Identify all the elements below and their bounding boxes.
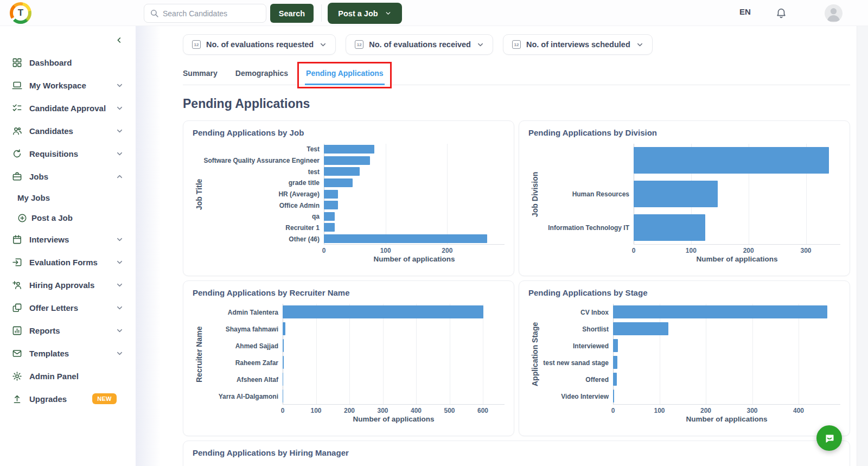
plot-body: Human ResourcesInformation Technology IT… xyxy=(541,144,840,263)
bar[interactable] xyxy=(324,145,374,154)
bar[interactable] xyxy=(283,356,284,369)
bar-row xyxy=(613,304,840,321)
bar[interactable] xyxy=(324,223,335,232)
bar[interactable] xyxy=(634,181,718,207)
category-label: Raheem Zafar xyxy=(206,354,283,371)
app-logo[interactable]: T xyxy=(10,2,31,24)
bar[interactable] xyxy=(283,339,284,352)
candidates-icon xyxy=(12,126,22,136)
sidebar-item-upgrades[interactable]: UpgradesNEW xyxy=(0,387,136,410)
search-input[interactable] xyxy=(144,4,266,23)
sidebar-item-label: Candidate Approval xyxy=(29,104,106,113)
bar[interactable] xyxy=(283,390,283,403)
bar[interactable] xyxy=(324,156,370,165)
y-axis-title: Application Stage xyxy=(528,304,541,405)
plot-area xyxy=(634,144,840,245)
filter-no-of-evaluations-received[interactable]: 12No. of evaluations received xyxy=(346,34,493,55)
x-tick-label: 300 xyxy=(800,247,811,254)
sidebar-item-reports[interactable]: Reports xyxy=(0,319,136,342)
bar[interactable] xyxy=(283,305,483,318)
bar[interactable] xyxy=(324,201,338,209)
search-button[interactable]: Search xyxy=(270,4,314,23)
tab-label: Summary xyxy=(183,69,218,78)
bar[interactable] xyxy=(634,214,705,241)
chevron-down-icon xyxy=(116,104,124,112)
notifications-bell-icon[interactable] xyxy=(775,7,787,20)
sidebar-collapse-icon[interactable] xyxy=(115,36,124,44)
tab-summary[interactable]: Summary xyxy=(183,69,218,85)
x-tick-label: 400 xyxy=(411,407,422,414)
bar[interactable] xyxy=(324,190,338,199)
sidebar-item-dashboard[interactable]: Dashboard xyxy=(0,51,136,74)
bar[interactable] xyxy=(324,212,335,221)
post-a-job-button[interactable]: Post a Job xyxy=(328,3,402,24)
sidebar-item-candidate-approval[interactable]: Candidate Approval xyxy=(0,97,136,119)
bar[interactable] xyxy=(613,339,618,352)
chart-card-pending-applications-by-job: Pending Applications by JobJob TitleTest… xyxy=(183,120,514,276)
tab-demographics[interactable]: Demographics xyxy=(235,69,288,85)
vertical-scrollbar[interactable] xyxy=(857,26,868,466)
bar[interactable] xyxy=(283,373,283,386)
top-bar: T Search Post a Job EN xyxy=(0,0,868,26)
tab-pending-applications[interactable]: Pending Applications xyxy=(306,69,384,85)
bar[interactable] xyxy=(613,305,827,318)
sidebar-item-interviews[interactable]: Interviews xyxy=(0,228,136,251)
x-axis-title: Number of applications xyxy=(283,415,505,423)
bar-row xyxy=(613,337,840,354)
bar-row xyxy=(324,166,505,177)
x-tick-label: 200 xyxy=(700,407,711,414)
chevron-down-icon xyxy=(385,10,392,17)
number-metric-icon: 12 xyxy=(192,40,201,49)
chevron-down-icon xyxy=(116,304,124,312)
bar[interactable] xyxy=(283,322,285,335)
category-label: Information Technology IT xyxy=(541,211,634,245)
bar[interactable] xyxy=(324,234,487,243)
bar[interactable] xyxy=(613,356,617,369)
bar[interactable] xyxy=(324,178,353,187)
x-tick-label: 100 xyxy=(654,407,665,414)
sidebar-item-label: Interviews xyxy=(29,235,69,244)
filter-no-of-evaluations-requested[interactable]: 12No. of evaluations requested xyxy=(183,34,336,55)
chat-widget-button[interactable] xyxy=(816,425,842,451)
bar[interactable] xyxy=(634,147,829,174)
tab-label: Demographics xyxy=(235,69,288,78)
bar[interactable] xyxy=(324,167,360,176)
sidebar-subitem-my-jobs[interactable]: My Jobs xyxy=(17,188,136,208)
sidebar-item-label: Requisitions xyxy=(29,149,78,158)
sidebar-item-hiring-approvals[interactable]: Hiring Approvals xyxy=(0,273,136,296)
sidebar-item-requisitions[interactable]: Requisitions xyxy=(0,142,136,165)
bar-chart: Job DivisionHuman ResourcesInformation T… xyxy=(528,144,840,263)
chevron-down-icon xyxy=(116,81,124,90)
offer-letters-icon xyxy=(12,303,22,313)
bar[interactable] xyxy=(613,373,617,386)
chevron-down-icon xyxy=(116,281,124,289)
x-axis-ticks: 0100200300400 xyxy=(613,405,840,415)
sidebar-item-my-workspace[interactable]: My Workspace xyxy=(0,74,136,97)
bar[interactable] xyxy=(613,322,668,335)
sidebar-item-admin-panel[interactable]: Admin Panel xyxy=(0,365,136,387)
chart-card-pending-applications-by-stage: Pending Applications by StageApplication… xyxy=(519,280,850,436)
chart-title: Pending Applications by Hiring Manager xyxy=(193,448,840,457)
plot-area xyxy=(324,144,505,245)
user-avatar[interactable] xyxy=(825,4,843,22)
chevron-down-icon xyxy=(116,235,124,244)
sidebar-item-templates[interactable]: Templates xyxy=(0,342,136,365)
category-label: test xyxy=(206,166,324,177)
sidebar-item-offer-letters[interactable]: Offer Letters xyxy=(0,296,136,319)
sidebar-item-evaluation-forms[interactable]: Evaluation Forms xyxy=(0,251,136,273)
search-icon xyxy=(150,9,159,18)
sidebar-item-jobs[interactable]: Jobs xyxy=(0,165,136,188)
sidebar-subitem-post-a-job[interactable]: Post a Job xyxy=(17,208,136,228)
bar[interactable] xyxy=(613,390,614,403)
new-badge: NEW xyxy=(92,393,117,404)
category-label: Other (46) xyxy=(206,233,324,245)
x-axis-ticks: 0100200300 xyxy=(634,245,840,255)
x-axis-ticks: 0100200 xyxy=(324,245,505,255)
sidebar-item-candidates[interactable]: Candidates xyxy=(0,119,136,142)
language-selector[interactable]: EN xyxy=(739,7,751,16)
hiring-approvals-icon xyxy=(12,280,22,290)
topbar-divider xyxy=(321,4,322,22)
filter-no-of-interviews-scheduled[interactable]: 12No. of interviews scheduled xyxy=(503,34,653,55)
filter-label: No. of evaluations requested xyxy=(206,40,314,49)
candidate-approval-icon xyxy=(12,103,22,113)
